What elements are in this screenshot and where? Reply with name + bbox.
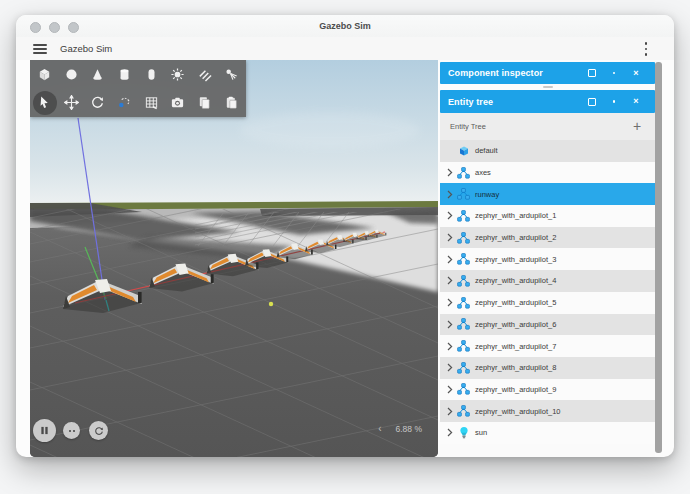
light-icon [456, 426, 471, 439]
expander-chevron-icon[interactable] [444, 363, 456, 372]
entity-tree-panel: Entity Tree + defaultaxesrunwayzephyr_wi… [440, 113, 655, 457]
capsule-button[interactable] [139, 62, 163, 86]
expander-chevron-icon[interactable] [444, 320, 456, 329]
world-icon [456, 145, 471, 157]
entity-tree-float-button[interactable] [581, 94, 603, 110]
paste-icon [224, 95, 239, 110]
collapse-icon [613, 100, 616, 103]
entity-row-runway[interactable]: runway [440, 183, 655, 205]
directional-light-button[interactable] [193, 62, 217, 86]
expander-chevron-icon[interactable] [444, 407, 456, 416]
rotate-button[interactable] [86, 91, 110, 115]
entity-row-zephyr_with_ardupilot_10[interactable]: zephyr_with_ardupilot_10 [440, 400, 655, 422]
hamburger-menu-icon[interactable] [33, 44, 47, 54]
rtf-readout: ‹ 6.88 % [378, 424, 422, 434]
3d-viewport[interactable]: ‹ 6.88 % [30, 60, 438, 457]
expander-chevron-icon[interactable] [444, 168, 456, 177]
rotate-icon [90, 95, 105, 110]
entity-row-zephyr_with_ardupilot_8[interactable]: zephyr_with_ardupilot_8 [440, 357, 655, 379]
entity-row-zephyr_with_ardupilot_5[interactable]: zephyr_with_ardupilot_5 [440, 292, 655, 314]
pause-button[interactable] [33, 419, 56, 442]
scene-svg[interactable] [30, 60, 438, 457]
entity-row-default[interactable]: default [440, 140, 655, 162]
entity-tree-titlebar[interactable]: Entity tree × [440, 90, 655, 113]
kebab-menu-icon[interactable] [644, 42, 648, 56]
component-inspector-close-button[interactable]: × [625, 65, 647, 81]
entity-label: zephyr_with_ardupilot_8 [475, 363, 556, 372]
expander-chevron-icon[interactable] [444, 276, 456, 285]
expander-chevron-icon[interactable] [444, 211, 456, 220]
expander-chevron-icon[interactable] [444, 255, 456, 264]
entity-row-zephyr_with_ardupilot_3[interactable]: zephyr_with_ardupilot_3 [440, 248, 655, 270]
spot-light-button[interactable] [219, 62, 243, 86]
entity-row-zephyr_with_ardupilot_4[interactable]: zephyr_with_ardupilot_4 [440, 270, 655, 292]
expander-chevron-icon[interactable] [444, 385, 456, 394]
point-light-icon [170, 67, 185, 82]
component-inspector-titlebar[interactable]: Component inspector × [440, 62, 655, 84]
point-light-button[interactable] [166, 62, 190, 86]
expander-chevron-icon[interactable] [444, 233, 456, 242]
expander-chevron-icon[interactable] [444, 190, 456, 199]
snap-button[interactable] [113, 91, 137, 115]
model-icon [456, 188, 471, 200]
select-arrow-button[interactable] [33, 91, 57, 115]
entity-tree-subheader: Entity Tree + [440, 113, 655, 140]
entity-row-axes[interactable]: axes [440, 162, 655, 184]
entity-tree-subheader-label: Entity Tree [450, 122, 629, 131]
box-icon [37, 67, 52, 82]
entity-row-zephyr_with_ardupilot_7[interactable]: zephyr_with_ardupilot_7 [440, 335, 655, 357]
entity-label: sun [475, 428, 487, 437]
rtf-expand-chevron[interactable]: ‹ [378, 424, 381, 434]
entity-label: zephyr_with_ardupilot_9 [475, 385, 556, 394]
entity-row-zephyr_with_ardupilot_9[interactable]: zephyr_with_ardupilot_9 [440, 379, 655, 401]
model-icon [456, 318, 471, 330]
app-header: Gazebo Sim [16, 37, 674, 60]
model-icon [456, 362, 471, 374]
rtf-value: 6.88 % [396, 424, 422, 434]
paste-button[interactable] [219, 91, 243, 115]
entity-row-zephyr_with_ardupilot_6[interactable]: zephyr_with_ardupilot_6 [440, 314, 655, 336]
cone-icon [90, 67, 105, 82]
pause-icon [40, 426, 49, 435]
entity-row-zephyr_with_ardupilot_1[interactable]: zephyr_with_ardupilot_1 [440, 205, 655, 227]
entity-label: default [475, 146, 498, 155]
translate-button[interactable] [59, 91, 83, 115]
expander-chevron-icon[interactable] [444, 298, 456, 307]
screenshot-icon [170, 95, 185, 110]
reset-icon [94, 426, 104, 436]
entity-tree-list: defaultaxesrunwayzephyr_with_ardupilot_1… [440, 140, 655, 444]
macos-titlebar: Gazebo Sim [16, 15, 674, 38]
component-inspector-collapse-button[interactable] [603, 65, 625, 81]
cylinder-icon [117, 67, 132, 82]
copy-button[interactable] [193, 91, 217, 115]
steps-button[interactable] [63, 422, 80, 439]
cone-button[interactable] [86, 62, 110, 86]
model-icon [456, 405, 471, 417]
sphere-icon [64, 67, 79, 82]
entity-tree-title: Entity tree [448, 97, 581, 107]
component-inspector-float-button[interactable] [581, 65, 603, 81]
grid-button[interactable] [139, 91, 163, 115]
entity-row-zephyr_with_ardupilot_2[interactable]: zephyr_with_ardupilot_2 [440, 227, 655, 249]
box-button[interactable] [33, 62, 57, 86]
screenshot-button[interactable] [166, 91, 190, 115]
entity-row-sun[interactable]: sun [440, 422, 655, 444]
model-icon [456, 340, 471, 352]
panel-scrollbar[interactable] [655, 62, 662, 453]
sphere-button[interactable] [59, 62, 83, 86]
app-title: Gazebo Sim [60, 37, 112, 61]
expander-chevron-icon[interactable] [444, 428, 456, 437]
add-entity-button[interactable]: + [629, 119, 645, 135]
cylinder-button[interactable] [113, 62, 137, 86]
translate-icon [64, 95, 79, 110]
select-arrow-icon [37, 95, 52, 110]
entity-tree-collapse-button[interactable] [603, 94, 625, 110]
reset-button[interactable] [89, 421, 108, 440]
collapse-icon [613, 72, 616, 75]
expander-chevron-icon[interactable] [444, 342, 456, 351]
grid-icon [144, 95, 159, 110]
entity-tree-close-button[interactable]: × [625, 94, 647, 110]
playback-controls [32, 419, 122, 445]
right-dock: Component inspector × Entity tree × Enti… [440, 60, 655, 457]
model-icon [456, 210, 471, 222]
